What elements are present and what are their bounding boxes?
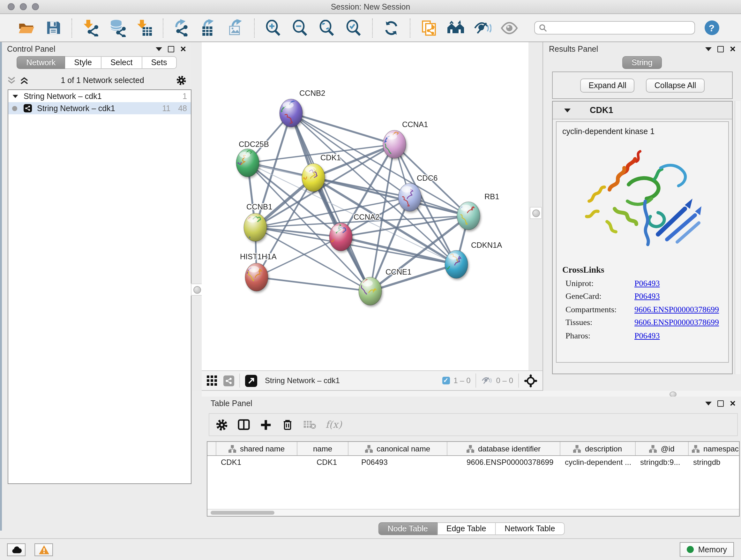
tab-style[interactable]: Style [65,56,102,69]
tab-select[interactable]: Select [102,56,142,69]
network-collection-row[interactable]: String Network – cdk1 1 [8,90,191,102]
float-panel-icon[interactable] [718,400,724,407]
panel-menu-icon[interactable] [705,47,712,51]
warnings-button[interactable] [35,543,53,556]
network-node-ccna1[interactable]: CCNA1 [383,120,428,159]
horizontal-splitter[interactable] [202,391,741,397]
vertical-splitter-left[interactable] [192,42,202,391]
crosslink-link[interactable]: P06493 [634,330,660,341]
first-neighbors-icon[interactable] [447,19,465,37]
network-node-cdc25b[interactable]: CDC25B [235,140,269,177]
show-columns-icon[interactable] [238,418,250,431]
cell-name[interactable]: CDK1 [297,457,348,466]
network-node-cdc6[interactable]: CDC6 [397,174,437,211]
network-node-hist1h1a[interactable]: HIST1H1A [240,252,277,291]
tab-node-table[interactable]: Node Table [378,522,437,535]
collapse-all-button[interactable]: Collapse All [646,78,704,92]
network-edge[interactable] [257,277,370,291]
float-panel-icon[interactable] [718,46,724,52]
import-network-file-icon[interactable] [82,19,99,37]
node-table[interactable]: shared name name canonical name database… [207,441,740,516]
export-image-icon[interactable] [226,19,245,37]
network-edge[interactable] [341,237,456,264]
search-input[interactable] [534,21,695,35]
column-header-description[interactable]: description [560,442,636,455]
network-node-cdkn1a[interactable]: CDKN1A [444,241,502,278]
copy-network-icon[interactable] [420,19,438,37]
tab-sets[interactable]: Sets [142,56,177,69]
add-column-icon[interactable] [260,419,272,431]
save-session-icon[interactable] [44,19,62,37]
export-network-icon[interactable] [173,19,191,37]
tab-edge-table[interactable]: Edge Table [437,522,496,535]
results-panel-title: Results Panel [543,45,598,54]
close-panel-icon[interactable]: ✕ [730,400,736,408]
tab-network-table[interactable]: Network Table [495,522,564,535]
function-builder-icon[interactable]: f(x) [326,419,342,430]
crosslink-link[interactable]: 9606.ENSP00000378699 [634,317,719,327]
crosslink-link[interactable]: 9606.ENSP00000378699 [634,304,719,314]
hide-selected-icon[interactable] [474,19,491,37]
network-row-selected[interactable]: String Network – cdk1 11 48 [8,102,191,114]
grid-view-icon[interactable] [207,375,217,386]
table-horizontal-scrollbar[interactable] [207,509,739,516]
expand-all-button[interactable]: Expand All [581,78,635,92]
close-panel-icon[interactable]: ✕ [180,45,186,53]
delete-table-icon[interactable] [303,420,316,430]
network-type-icon[interactable] [223,375,234,386]
show-all-icon[interactable] [500,19,518,37]
cell-description[interactable]: cyclin-dependent ... [560,457,636,466]
help-icon[interactable]: ? [703,19,721,37]
tab-network[interactable]: Network [17,56,65,69]
panel-menu-icon[interactable] [705,401,712,406]
collection-expander-icon[interactable] [13,95,18,98]
column-header-shared-name[interactable]: shared name [216,442,297,455]
crosslink-link[interactable]: P06493 [634,291,660,301]
network-edge[interactable] [291,113,394,144]
cloud-status-button[interactable] [7,543,25,556]
cell-database-identifier[interactable]: 9606.ENSP00000378699 [448,457,560,466]
network-edge[interactable] [370,264,456,291]
column-header-name[interactable]: name [297,442,348,455]
string-network-graph[interactable]: CCNB2CCNA1CDC25BCDK1CDC6RB1CCNB1CCNA2CDK… [202,42,529,370]
section-expander-icon[interactable] [564,108,570,112]
birdseye-view-icon[interactable] [245,374,257,387]
delete-column-icon[interactable] [281,419,293,431]
cell-id[interactable]: stringdb:9... [636,457,689,466]
import-network-database-icon[interactable] [109,19,126,37]
tab-string[interactable]: String [622,56,662,69]
column-header-database-identifier[interactable]: database identifier [448,442,560,455]
cell-namespace[interactable]: stringdb [689,457,740,466]
open-session-icon[interactable] [17,19,35,37]
network-edge[interactable] [291,113,370,291]
gear-icon[interactable] [176,75,186,85]
export-table-icon[interactable] [200,19,218,37]
cell-shared-name[interactable]: CDK1 [216,457,297,466]
fit-selected-crosshair-icon[interactable] [524,374,537,387]
refresh-icon[interactable] [382,19,400,37]
results-scrollbar[interactable] [735,101,740,374]
gear-icon[interactable] [216,419,228,431]
zoom-in-icon[interactable] [264,19,282,37]
import-table-file-icon[interactable] [135,19,153,37]
zoom-fit-icon[interactable] [318,19,336,37]
close-panel-icon[interactable]: ✕ [730,45,736,53]
selected-checkbox-icon[interactable]: ✓ [442,377,450,384]
float-panel-icon[interactable] [168,46,174,52]
zoom-selected-icon[interactable] [345,19,362,37]
column-header-canonical-name[interactable]: canonical name [348,442,448,455]
network-node-rb1[interactable]: RB1 [457,192,499,230]
collapse-all-icon[interactable] [7,76,16,85]
zoom-out-icon[interactable] [291,19,309,37]
network-node-ccnb1[interactable]: CCNB1 [244,202,272,241]
crosslink-link[interactable]: P06493 [634,278,660,288]
column-header-namespace[interactable]: namespace [689,442,740,455]
expand-all-icon[interactable] [20,76,29,85]
memory-button[interactable]: Memory [680,542,734,557]
panel-menu-icon[interactable] [156,47,162,51]
cell-canonical-name[interactable]: P06493 [348,457,448,466]
vertical-splitter-right[interactable] [529,42,542,370]
table-row[interactable]: CDK1 CDK1 P06493 9606.ENSP00000378699 cy… [207,456,739,468]
network-canvas[interactable]: CCNB2CCNA1CDC25BCDK1CDC6RB1CCNB1CCNA2CDK… [202,42,529,370]
column-header-id[interactable]: @id [636,442,689,455]
